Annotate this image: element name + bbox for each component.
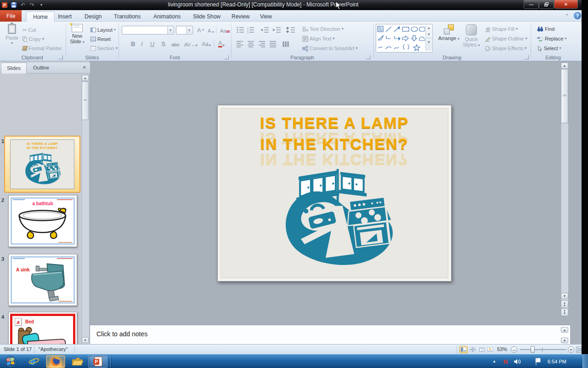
clock[interactable]: 6:54 PM — [548, 359, 566, 364]
thumb2-caption: a bathtub — [9, 201, 77, 206]
list-indent-icons[interactable]: 123 — [236, 26, 296, 34]
reset-button[interactable]: Reset — [89, 34, 112, 44]
notes-pane[interactable]: Click to add notes ▲ ▼ — [90, 325, 570, 344]
tab-outline[interactable]: Outline — [28, 63, 55, 74]
tab-insert[interactable]: Insert — [51, 12, 78, 22]
minimize-button[interactable]: — — [524, 0, 539, 9]
tray-show-hidden-icons[interactable]: ▲ — [492, 359, 496, 363]
show-desktop-button[interactable] — [582, 355, 588, 368]
text-shadow-button[interactable]: S — [160, 39, 167, 48]
firefox-taskbar-button[interactable] — [46, 355, 65, 368]
shape-outline-button[interactable]: Shape Outline▾ — [483, 34, 529, 43]
notes-scroll-down[interactable]: ▼ — [561, 338, 568, 343]
shrink-font-button[interactable]: A▼ — [206, 25, 216, 34]
tab-slides[interactable]: Slides — [1, 63, 27, 74]
previous-slide-button[interactable]: ▲▲ — [561, 300, 568, 308]
zoom-out-button[interactable]: – — [511, 346, 517, 353]
replace-button[interactable]: abac Replace▾ — [536, 34, 568, 43]
convert-smartart-button[interactable]: Convert to SmartArt▾ — [301, 44, 359, 53]
kitchen-clipart[interactable] — [280, 167, 400, 272]
grow-font-button[interactable]: A▲ — [196, 25, 206, 34]
slide-thumbnail-2[interactable]: a bathtub — [8, 195, 77, 247]
titlebar: P ↶ ↷ ▾ livingroom shortened [Read-Only]… — [0, 0, 582, 10]
paragraph-dialog-launcher[interactable] — [366, 55, 370, 59]
minimize-ribbon-button[interactable]: ⌃ — [565, 13, 569, 18]
bold-button[interactable]: B — [130, 39, 136, 48]
zoom-percentage[interactable]: 53% — [497, 346, 507, 352]
alignment-icons[interactable] — [236, 40, 291, 47]
next-slide-button[interactable]: ▼▼ — [561, 309, 568, 316]
slide-thumbnail-1[interactable]: IS THERE A LAMPIN THE KITCHEN? — [4, 136, 80, 193]
zoom-slider-thumb[interactable] — [531, 346, 535, 353]
font-name-combobox[interactable]: ▾ — [122, 26, 174, 34]
zoom-in-button[interactable]: + — [568, 346, 574, 353]
slide-canvas[interactable]: IS THERE A LAMP IS THERE A LAMP IN THE K… — [90, 61, 570, 317]
help-button[interactable]: ? — [574, 12, 581, 19]
tray-volume-icon[interactable] — [514, 358, 521, 367]
shapes-scroll[interactable]: ▲ ▼ ▼ — [425, 25, 432, 51]
view-reading-button[interactable] — [478, 346, 486, 353]
explorer-taskbar-button[interactable] — [69, 355, 85, 368]
view-slideshow-button[interactable] — [486, 346, 494, 353]
tab-view[interactable]: View — [254, 12, 278, 22]
tab-review[interactable]: Review — [225, 12, 256, 22]
close-panel-button[interactable]: ✕ — [83, 65, 86, 70]
layout-button[interactable]: Layout▾ — [89, 25, 117, 34]
powerpoint-taskbar-button[interactable]: P — [88, 355, 107, 368]
slide[interactable]: IS THERE A LAMP IS THERE A LAMP IN THE K… — [217, 105, 452, 282]
section-button[interactable]: Section▾ — [89, 44, 119, 53]
strikethrough-button[interactable]: abc — [170, 39, 181, 48]
view-normal-button[interactable] — [459, 346, 468, 353]
shapes-gallery[interactable]: ▲ ▼ ▼ — [376, 24, 433, 52]
change-case-button[interactable]: Aa▾ — [200, 39, 212, 48]
new-slide-button[interactable]: ✶ NewSlide ▾ — [68, 24, 86, 44]
shape-effects-button[interactable]: Shape Effects▾ — [483, 44, 528, 53]
quick-styles-button[interactable]: QuickStyles ▾ — [462, 24, 481, 47]
cut-button[interactable]: ✂ Cut — [21, 25, 37, 34]
tray-n-icon[interactable]: N — [503, 358, 508, 365]
editor-scroll-up[interactable]: ▲ — [561, 63, 568, 69]
drawing-dialog-launcher[interactable] — [525, 55, 529, 59]
tab-animations[interactable]: Animations — [147, 12, 187, 22]
panel-scroll-up[interactable]: ▲ — [82, 75, 89, 81]
character-spacing-button[interactable]: AV↔▾ — [183, 39, 199, 48]
shape-fill-button[interactable]: Shape Fill▾ — [483, 24, 519, 34]
clear-formatting-button[interactable]: Aa — [219, 25, 231, 34]
arrange-button[interactable]: Arrange ▾ — [437, 24, 460, 41]
text-direction-button[interactable]: A Text Direction▾ — [301, 24, 345, 34]
editor-scroll-down[interactable]: ▼ — [561, 293, 568, 299]
panel-scroll-down[interactable]: ▼ — [82, 337, 89, 343]
close-button[interactable]: ✕ — [554, 0, 578, 9]
internet-explorer-icon[interactable]: e — [26, 355, 42, 368]
start-button[interactable] — [3, 355, 18, 368]
notes-scroll-up[interactable]: ▲ — [561, 327, 568, 333]
select-button[interactable]: Select▾ — [536, 44, 563, 53]
tab-file[interactable]: File — [0, 10, 22, 22]
panel-scroll-thumb[interactable] — [82, 81, 89, 120]
paste-button[interactable]: Paste▾ — [4, 24, 20, 45]
font-dialog-launcher[interactable] — [225, 55, 229, 59]
format-painter-button[interactable]: Format Painter — [21, 44, 63, 53]
italic-button[interactable]: I — [140, 39, 144, 48]
slide-thumbnail-3[interactable]: A sink — [8, 254, 77, 306]
theme-name: "Apothecary" — [39, 346, 68, 352]
restore-button[interactable] — [539, 0, 554, 9]
underline-button[interactable]: U — [149, 39, 156, 48]
tray-action-center-icon[interactable] — [535, 358, 541, 367]
tab-design[interactable]: Design — [78, 12, 108, 22]
font-size-combobox[interactable]: ▾ — [176, 26, 193, 34]
editor-scroll-thumb[interactable] — [561, 69, 568, 123]
shape-icons — [377, 25, 425, 52]
clipboard-dialog-launcher[interactable] — [59, 55, 63, 59]
notes-placeholder[interactable]: Click to add notes — [96, 330, 147, 338]
tab-home[interactable]: Home — [26, 12, 55, 22]
view-slide-sorter-button[interactable] — [469, 346, 477, 353]
slide-title[interactable]: IS THERE A LAMP IS THERE A LAMP IN THE K… — [221, 114, 448, 155]
align-text-button[interactable]: Align Text▾ — [301, 34, 336, 43]
tab-transitions[interactable]: Transitions — [107, 12, 147, 22]
font-color-button[interactable]: A▾ — [217, 39, 226, 48]
copy-button[interactable]: Copy▾ — [21, 34, 45, 44]
tab-slideshow[interactable]: Slide Show — [187, 12, 227, 22]
zoom-slider-track[interactable] — [520, 349, 566, 350]
find-button[interactable]: Find — [536, 24, 556, 34]
